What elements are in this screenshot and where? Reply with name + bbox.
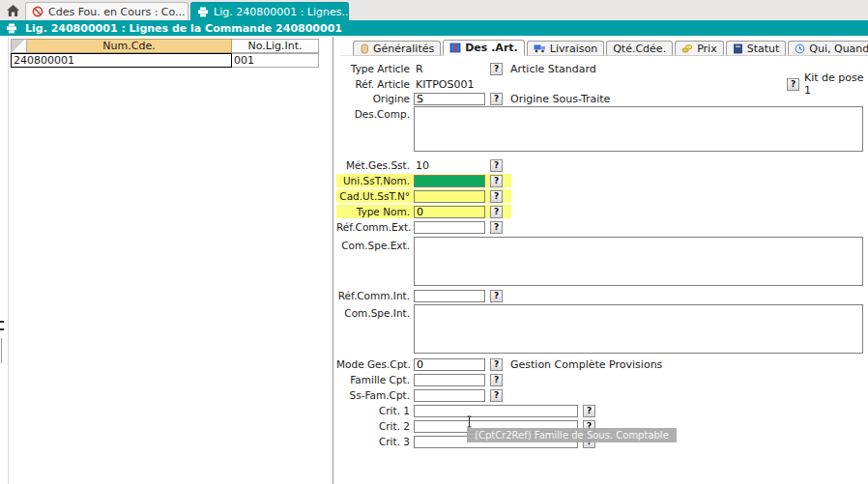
field-row-type-nom: Type Nom. ? (336, 205, 511, 218)
field-label: Com.Spe.Ext. (336, 240, 414, 251)
tab-label: Qté.Cdée. (613, 43, 666, 55)
clock-icon (795, 43, 805, 54)
splitter-line (1, 338, 2, 363)
tab-prix[interactable]: Prix (675, 41, 724, 56)
help-button[interactable]: ? (490, 175, 503, 187)
help-button[interactable]: ? (490, 159, 503, 172)
tab-statut[interactable]: Statut (726, 41, 787, 56)
field-label: Famille Cpt. (336, 374, 414, 385)
help-button[interactable]: ? (490, 63, 503, 75)
field-row-type-article: Type Article R ? Article Standard (336, 62, 596, 75)
tab-label: Généralités (373, 43, 434, 55)
form-tab-strip: Généralités Des .Art. Livraison Qté.Cdée… (353, 40, 868, 56)
cad-ut-sst-no-input[interactable] (414, 190, 485, 203)
tab-livraison[interactable]: Livraison (527, 41, 604, 56)
splitter-grip[interactable] (0, 328, 4, 330)
type-nom-input[interactable] (414, 206, 485, 218)
field-row-uni-sst-nom: Uni.SsT.Nom. ? (336, 174, 511, 187)
field-row-ref-article: Réf. Article KITPOS001 (336, 77, 485, 91)
field-label: Uni.SsT.Nom. (336, 175, 414, 186)
help-button[interactable]: ? (490, 389, 503, 402)
field-label: Crit. 3 (336, 436, 414, 447)
ref-comm-int-input[interactable] (414, 290, 485, 302)
tab-label: Des .Art. (465, 42, 518, 54)
book-icon (449, 43, 461, 53)
page-title: Lig. 240800001 : Lignes de la Commande 2… (25, 22, 342, 35)
grid-column-header-num-cde[interactable]: Num.Cde. (27, 39, 232, 53)
hand-icon (360, 43, 369, 54)
tab-des-art[interactable]: Des .Art. (443, 40, 525, 56)
cell-num-cde[interactable]: 240800001 (11, 53, 232, 68)
cell-no-lig-int[interactable]: 001 (232, 53, 319, 68)
browser-tab-label: Cdes Fou. en Cours : Co... (48, 6, 186, 18)
field-label: Type Article (336, 63, 414, 74)
field-label: Crit. 2 (336, 420, 414, 432)
tab-qui-quand[interactable]: Qui, Quand ? (788, 41, 868, 56)
com-spe-ext-textarea[interactable] (414, 237, 863, 286)
help-button[interactable]: ? (583, 405, 595, 417)
field-row-des-comp: Des.Comp. (336, 107, 414, 121)
tab-label: Statut (747, 43, 780, 55)
des-comp-textarea[interactable] (414, 106, 863, 152)
famille-cpt-input[interactable] (414, 374, 485, 386)
field-tooltip: (CptCr2Ref) Famille de Sous. Comptable (467, 428, 677, 442)
field-label: Com.Spe.Int. (336, 307, 414, 319)
field-row-ss-fam-cpt: Ss-Fam.Cpt. ? (336, 388, 503, 402)
field-row-ref-comm-int: Réf.Comm.Int. ? (336, 289, 503, 302)
browser-tab-label: Lig. 240800001 : Lignes... (214, 6, 349, 18)
field-label: Mét.Ges.Sst. (336, 159, 414, 171)
type-article-value: R (414, 63, 485, 75)
help-button[interactable]: ? (490, 358, 503, 371)
field-label: Mode Ges.Cpt. (336, 358, 414, 370)
crit-1-input[interactable] (414, 405, 578, 417)
field-label: Cad.Ut.SsT.N° (336, 190, 414, 202)
origine-input[interactable] (414, 93, 485, 105)
field-label: Origine (336, 93, 414, 104)
tab-label: Prix (697, 43, 717, 55)
grid-column-header-no-lig-int[interactable]: No.Lig.Int. (232, 39, 319, 53)
ref-comm-ext-input[interactable] (414, 221, 485, 234)
tab-label: Qui, Quand ? (809, 43, 868, 55)
splitter-grip[interactable] (0, 321, 4, 323)
uni-sst-nom-input[interactable] (414, 175, 485, 187)
help-button[interactable]: ? (490, 374, 503, 386)
mode-ges-cpt-desc: Gestion Complète Provisions (510, 358, 662, 371)
ref-article-value: KITPOS001 (414, 78, 485, 91)
field-label: Des.Comp. (336, 108, 414, 120)
tab-qte-cdee[interactable]: Qté.Cdée. (606, 41, 673, 56)
app-window: Cdes Fou. en Cours : Co... × Lig. 240800… (0, 0, 868, 484)
field-row-mode-ges-cpt: Mode Ges.Cpt. ? Gestion Complète Provisi… (336, 357, 662, 371)
com-spe-int-textarea[interactable] (414, 304, 863, 354)
field-row-origine: Origine ? Origine Sous-Traite (336, 92, 610, 105)
field-label: Réf.Comm.Int. (336, 290, 414, 301)
help-button[interactable]: ? (787, 78, 799, 91)
ss-fam-cpt-input[interactable] (414, 389, 485, 402)
met-ges-sst-value: 10 (414, 159, 485, 172)
field-label: Crit. 1 (336, 405, 414, 416)
type-article-desc: Article Standard (510, 63, 596, 75)
table-row[interactable]: 240800001 001 (11, 53, 319, 68)
browser-tab-cdes-fou[interactable]: Cdes Fou. en Cours : Co... × (25, 2, 188, 20)
field-row-ref-comm-ext: Réf.Comm.Ext. ? (336, 220, 503, 234)
help-button[interactable]: ? (490, 93, 503, 105)
field-label: Ss-Fam.Cpt. (336, 389, 414, 401)
notebook-icon (733, 43, 743, 54)
browser-tab-lignes[interactable]: Lig. 240800001 : Lignes... × (190, 2, 349, 20)
help-button[interactable]: ? (490, 190, 503, 203)
field-label: Réf.Comm.Ext. (336, 221, 414, 233)
home-icon (6, 4, 20, 17)
field-row-met-ges-sst: Mét.Ges.Sst. 10 ? (336, 158, 503, 172)
field-row-cad-ut-sst-no: Cad.Ut.SsT.N° ? (336, 189, 511, 203)
printer-icon[interactable] (6, 23, 17, 34)
tab-generalites[interactable]: Généralités (353, 41, 441, 56)
ref-article-desc: Kit de pose 1 (804, 71, 868, 97)
order-lines-grid-panel: Num.Cde. No.Lig.Int. 240800001 001 (8, 37, 333, 484)
grid-corner-cell[interactable] (11, 39, 27, 53)
text-cursor-icon (465, 415, 474, 431)
help-button[interactable]: ? (490, 221, 503, 234)
help-button[interactable]: ? (490, 206, 503, 218)
help-button[interactable]: ? (490, 290, 503, 302)
home-button[interactable] (4, 2, 22, 19)
field-row-famille-cpt: Famille Cpt. ? (336, 373, 503, 386)
mode-ges-cpt-input[interactable] (414, 358, 485, 371)
